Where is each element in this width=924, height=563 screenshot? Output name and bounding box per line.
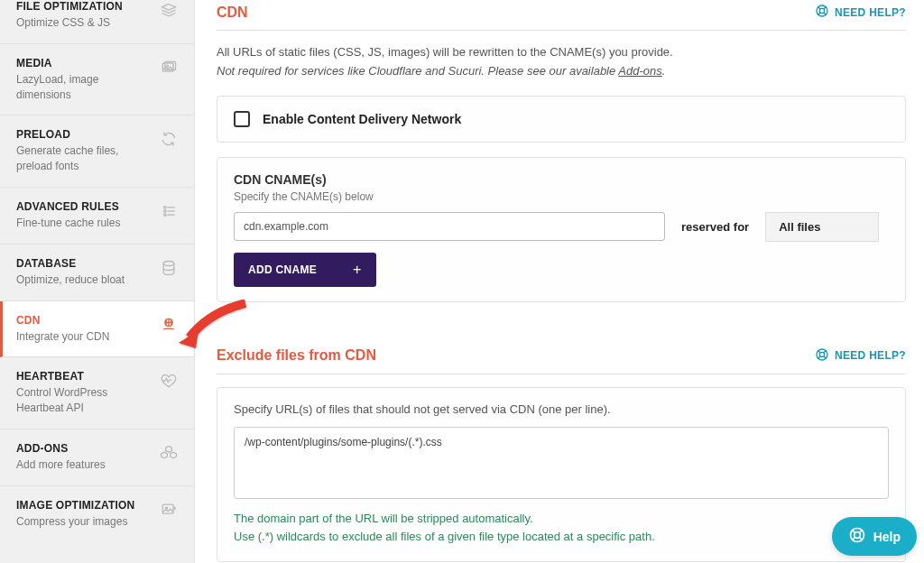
- cdn-desc-line1: All URLs of static files (CSS, JS, image…: [217, 43, 906, 62]
- cname-title: CDN CNAME(s): [234, 172, 889, 187]
- settings-sidebar: FILE OPTIMIZATION Optimize CSS & JS MEDI…: [0, 0, 195, 563]
- need-help-link[interactable]: NEED HELP?: [815, 4, 906, 21]
- sidebar-item-addons[interactable]: ADD-ONS Add more features: [0, 429, 194, 486]
- cdn-section-header: CDN NEED HELP?: [217, 4, 906, 31]
- sidebar-item-subtitle: Optimize, reduce bloat: [16, 272, 152, 288]
- reserved-for-label: reserved for: [681, 220, 749, 234]
- sidebar-item-title: ADD-ONS: [16, 442, 152, 455]
- cname-input[interactable]: [234, 212, 665, 241]
- svg-point-20: [819, 352, 824, 356]
- sidebar-item-heartbeat[interactable]: HEARTBEAT Control WordPress Heartbeat AP…: [0, 357, 194, 429]
- exclude-hint-line2: Use (.*) wildcards to exclude all files …: [234, 528, 889, 547]
- svg-line-24: [824, 350, 827, 353]
- svg-point-5: [164, 210, 167, 213]
- svg-point-7: [164, 214, 167, 217]
- sidebar-item-subtitle: Compress your images: [16, 514, 152, 530]
- sidebar-item-subtitle: Generate cache files, preload fonts: [16, 143, 152, 174]
- svg-point-12: [165, 507, 167, 509]
- addons-link[interactable]: Add-ons: [618, 64, 661, 78]
- help-pill-label: Help: [873, 530, 901, 544]
- sidebar-item-database[interactable]: DATABASE Optimize, reduce bloat: [0, 245, 194, 301]
- svg-point-3: [164, 207, 167, 209]
- svg-line-21: [818, 350, 820, 353]
- sidebar-item-media[interactable]: MEDIA LazyLoad, image dimensions: [0, 44, 194, 116]
- enable-cdn-card: Enable Content Delivery Network: [217, 96, 906, 143]
- svg-point-26: [854, 532, 860, 539]
- cdn-description: All URLs of static files (CSS, JS, image…: [217, 43, 906, 81]
- svg-point-14: [819, 8, 824, 13]
- sidebar-item-title: ADVANCED RULES: [16, 200, 152, 213]
- sidebar-item-title: CDN: [16, 314, 152, 327]
- cdn-section-title: CDN: [217, 5, 248, 21]
- sidebar-item-title: DATABASE: [16, 257, 152, 270]
- need-help-label: NEED HELP?: [835, 349, 906, 362]
- cdn-desc-line2-suffix: .: [662, 64, 666, 78]
- sidebar-item-cdn[interactable]: CDN Integrate your CDN: [0, 301, 194, 358]
- sidebar-item-subtitle: Integrate your CDN: [16, 329, 152, 345]
- exclude-description: Specify URL(s) of files that should not …: [234, 402, 889, 416]
- plus-icon: +: [353, 262, 362, 278]
- image-compress-icon: [160, 501, 178, 522]
- svg-rect-11: [162, 504, 173, 513]
- exclude-hint-line1: The domain part of the URL will be strip…: [234, 510, 889, 529]
- sidebar-item-advanced-rules[interactable]: ADVANCED RULES Fine-tune cache rules: [0, 188, 194, 245]
- sidebar-item-title: MEDIA: [16, 57, 152, 69]
- lifebuoy-icon: [815, 347, 829, 365]
- svg-point-9: [163, 261, 174, 265]
- svg-point-2: [166, 65, 168, 67]
- sliders-icon: [160, 202, 178, 224]
- file-type-select[interactable]: All files: [765, 212, 879, 242]
- cname-card: CDN CNAME(s) Specify the CNAME(s) below …: [217, 157, 906, 302]
- svg-line-28: [859, 538, 862, 540]
- enable-cdn-checkbox[interactable]: [234, 111, 250, 127]
- svg-line-30: [859, 530, 862, 532]
- boxes-icon: [160, 444, 178, 466]
- sidebar-item-image-optimization[interactable]: IMAGE OPTIMIZATION Compress your images: [0, 486, 194, 542]
- refresh-icon: [160, 130, 178, 152]
- sidebar-item-title: PRELOAD: [16, 128, 152, 141]
- svg-line-16: [824, 13, 827, 15]
- svg-line-27: [852, 530, 855, 532]
- sidebar-item-subtitle: Control WordPress Heartbeat API: [16, 385, 152, 416]
- sidebar-item-subtitle: LazyLoad, image dimensions: [16, 72, 152, 103]
- stack-icon: [160, 2, 178, 23]
- svg-line-17: [818, 13, 820, 15]
- exclude-section-header: Exclude files from CDN NEED HELP?: [217, 347, 906, 374]
- sidebar-item-title: FILE OPTIMIZATION: [16, 0, 152, 13]
- exclude-hint: The domain part of the URL will be strip…: [234, 510, 889, 548]
- images-icon: [160, 59, 178, 80]
- sidebar-item-title: IMAGE OPTIMIZATION: [16, 499, 152, 512]
- need-help-link[interactable]: NEED HELP?: [815, 347, 906, 365]
- need-help-label: NEED HELP?: [835, 6, 906, 19]
- heartbeat-icon: [160, 372, 178, 393]
- sidebar-item-preload[interactable]: PRELOAD Generate cache files, preload fo…: [0, 115, 194, 188]
- svg-line-22: [824, 356, 827, 359]
- sidebar-item-title: HEARTBEAT: [16, 370, 152, 383]
- svg-line-29: [852, 538, 855, 540]
- add-cname-label: ADD CNAME: [248, 263, 317, 276]
- cname-subtitle: Specify the CNAME(s) below: [234, 190, 889, 203]
- sidebar-item-file-optimization[interactable]: FILE OPTIMIZATION Optimize CSS & JS: [0, 0, 194, 44]
- exclude-section-title: Exclude files from CDN: [217, 347, 376, 364]
- main-content: CDN NEED HELP? All URLs of static files …: [195, 0, 924, 563]
- svg-line-23: [818, 356, 820, 359]
- sidebar-item-subtitle: Optimize CSS & JS: [16, 15, 152, 31]
- lifebuoy-icon: [848, 526, 866, 547]
- lifebuoy-icon: [815, 4, 829, 21]
- database-icon: [160, 259, 178, 281]
- cdn-desc-line2-prefix: Not required for services like Cloudflar…: [217, 64, 618, 78]
- globe-hand-icon: [160, 316, 178, 337]
- help-floating-button[interactable]: Help: [832, 517, 917, 556]
- sidebar-item-subtitle: Fine-tune cache rules: [16, 216, 152, 231]
- svg-line-15: [818, 6, 820, 9]
- sidebar-item-subtitle: Add more features: [16, 457, 152, 473]
- svg-line-18: [824, 6, 827, 9]
- add-cname-button[interactable]: ADD CNAME +: [234, 253, 376, 287]
- enable-cdn-label: Enable Content Delivery Network: [263, 112, 461, 126]
- exclude-files-textarea[interactable]: [234, 427, 889, 499]
- exclude-card: Specify URL(s) of files that should not …: [217, 387, 906, 563]
